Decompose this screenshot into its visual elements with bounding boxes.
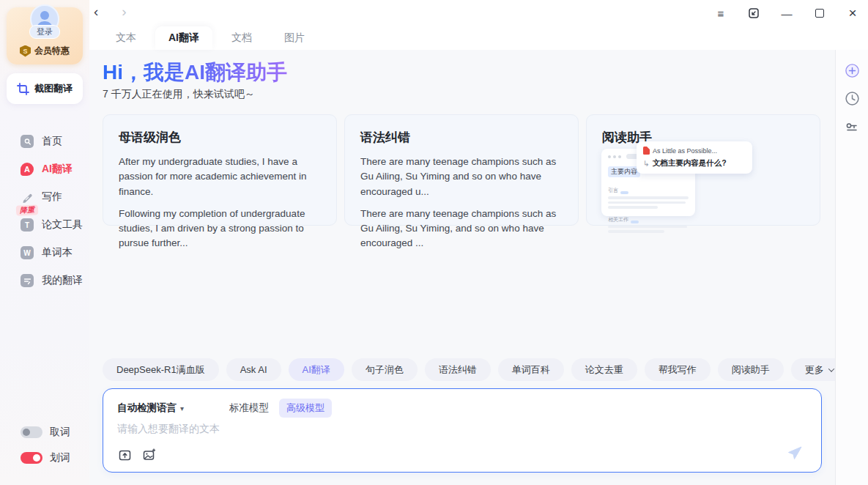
send-icon[interactable] <box>786 444 804 462</box>
pill-deepseek[interactable]: DeepSeek-R1满血版 <box>103 358 219 381</box>
word-capture-toggle[interactable]: 取词 <box>0 419 89 445</box>
sidebar-item-paper-tools[interactable]: 降重 T 论文工具 <box>0 211 89 239</box>
sidebar-toggles: 取词 划词 <box>0 419 89 470</box>
member-offer-label: 会员特惠 <box>34 45 70 57</box>
sidebar-item-ai-translate[interactable]: A AI翻译 <box>0 155 89 183</box>
pill-ai-translate[interactable]: AI翻译 <box>289 358 344 381</box>
upload-image-icon[interactable] <box>141 448 156 462</box>
member-shield-icon: S <box>20 45 31 57</box>
avatar[interactable]: 登录 <box>29 4 61 37</box>
menu-icon[interactable]: ≡ <box>714 7 727 20</box>
sidebar: 登录 S 会员特惠 截图翻译 首页 A AI翻译 写作 <box>0 0 89 485</box>
sidebar-nav: 首页 A AI翻译 写作 降重 T 论文工具 W 单词本 我的翻译 <box>0 127 89 295</box>
close-icon[interactable]: × <box>846 7 859 20</box>
sidebar-item-label: 写作 <box>42 190 62 204</box>
crop-icon <box>17 83 29 95</box>
nav-back-icon[interactable]: ‹ <box>94 4 98 20</box>
window-controls: ≡ — × <box>714 0 859 26</box>
toggle-on-icon[interactable] <box>21 452 42 464</box>
pill-ask-ai[interactable]: Ask AI <box>226 358 281 381</box>
titlebar: ‹ › ≡ — × <box>89 0 868 26</box>
more-label: 更多 <box>805 363 824 377</box>
language-selector-label: 自动检测语言 <box>117 401 177 415</box>
caret-down-icon: ▾ <box>180 404 184 412</box>
feature-card-grammar[interactable]: 语法纠错 There are many teenage champions su… <box>344 114 579 226</box>
upload-file-icon[interactable] <box>117 448 132 462</box>
sidebar-item-label: 论文工具 <box>42 218 83 232</box>
my-translations-icon <box>21 274 34 287</box>
sidebar-item-my-translations[interactable]: 我的翻译 <box>0 267 89 295</box>
sidebar-item-label: 首页 <box>42 135 62 148</box>
pill-help-write[interactable]: 帮我写作 <box>645 358 711 381</box>
sidebar-item-home[interactable]: 首页 <box>0 127 89 155</box>
feature-card-reading[interactable]: 阅读助手 主要内容 引言 相关工作 As Little as Possible.… <box>586 114 820 226</box>
card-text: Following my completion of undergraduate… <box>119 207 321 251</box>
page-subtitle: 7 千万人正在使用，快来试试吧～ <box>103 88 255 101</box>
tab-text[interactable]: 文本 <box>103 26 149 50</box>
toggle-off-icon[interactable] <box>21 426 42 438</box>
screenshot-translate-label: 截图翻译 <box>34 82 73 95</box>
tab-document[interactable]: 文档 <box>218 26 265 50</box>
pill-word-encyclopedia[interactable]: 单词百科 <box>498 358 564 381</box>
pen-icon <box>21 190 34 204</box>
main-content: Hi，我是AI翻译助手 7 千万人正在使用，快来试试吧～ 母语级润色 After… <box>89 50 835 485</box>
page-title: Hi，我是AI翻译助手 <box>103 59 287 86</box>
standard-model-button[interactable]: 标准模型 <box>229 401 269 415</box>
tab-ai-translate[interactable]: AI翻译 <box>155 26 212 50</box>
card-text: After my undergraduate studies, I have a… <box>119 155 321 199</box>
wordbook-icon: W <box>21 246 34 259</box>
tooltip-question: 文档主要内容是什么? <box>653 158 727 169</box>
history-icon[interactable] <box>844 90 860 106</box>
add-session-icon[interactable] <box>844 62 860 78</box>
mock-tab: 主要内容 <box>608 166 640 177</box>
reading-mock-tooltip: As Little as Possible... ↳ 文档主要内容是什么? <box>637 141 752 174</box>
advanced-model-button[interactable]: 高级模型 <box>279 399 332 418</box>
pill-paper-dedup[interactable]: 论文去重 <box>571 358 637 381</box>
screenshot-translate-button[interactable]: 截图翻译 <box>7 73 83 104</box>
pill-reading-assistant[interactable]: 阅读助手 <box>718 358 784 381</box>
ai-translate-icon: A <box>21 163 34 176</box>
mock-section-1: 引言 <box>608 187 618 194</box>
chevron-down-icon <box>828 366 834 371</box>
minimize-icon[interactable]: — <box>780 7 793 20</box>
home-icon <box>21 135 34 148</box>
mock-section-2: 相关工作 <box>608 216 628 223</box>
key-icon[interactable] <box>844 119 860 136</box>
return-arrow-icon: ↳ <box>643 159 650 168</box>
pill-sentence-polish[interactable]: 句子润色 <box>352 358 418 381</box>
toggle-label: 划词 <box>50 451 70 464</box>
paper-tools-icon: T <box>21 218 34 232</box>
right-rail <box>835 50 868 485</box>
tab-image[interactable]: 图片 <box>271 26 318 50</box>
toggle-label: 取词 <box>50 426 70 439</box>
word-select-toggle[interactable]: 划词 <box>0 445 89 470</box>
sidebar-item-label: AI翻译 <box>42 163 73 176</box>
page-title-purple: 翻译助手 <box>205 61 287 84</box>
translate-input[interactable] <box>117 423 630 448</box>
language-selector[interactable]: 自动检测语言 ▾ <box>117 401 184 415</box>
login-button[interactable]: 登录 <box>29 25 60 39</box>
sidebar-item-label: 我的翻译 <box>42 274 83 287</box>
quick-actions: DeepSeek-R1满血版 Ask AI AI翻译 句子润色 语法纠错 单词百… <box>103 358 847 381</box>
feature-card-polish[interactable]: 母语级润色 After my undergraduate studies, I … <box>103 114 337 226</box>
sidebar-item-wordbook[interactable]: W 单词本 <box>0 239 89 267</box>
tooltip-filename: As Little as Possible... <box>653 147 717 155</box>
sidebar-item-label: 单词本 <box>42 246 73 259</box>
card-text: There are many teenage champions such as… <box>360 155 563 199</box>
pill-grammar-check[interactable]: 语法纠错 <box>425 358 491 381</box>
maximize-icon[interactable] <box>813 7 826 20</box>
tabbar: 文本 AI翻译 文档 图片 <box>103 28 318 50</box>
sidebar-item-writing[interactable]: 写作 <box>0 183 89 211</box>
card-text: There are many teenage champions such as… <box>360 207 563 251</box>
translate-input-panel: 自动检测语言 ▾ 标准模型 高级模型 <box>103 388 822 473</box>
card-title: 母语级润色 <box>119 129 321 146</box>
mini-window-icon[interactable] <box>747 7 760 20</box>
pdf-file-icon <box>643 147 650 155</box>
discount-badge: 降重 <box>16 204 39 216</box>
member-offer-button[interactable]: S 会员特惠 <box>7 45 83 57</box>
nav-forward-icon[interactable]: › <box>122 4 126 20</box>
card-title: 语法纠错 <box>360 129 563 146</box>
page-title-blue: Hi，我是AI <box>103 61 205 84</box>
account-card[interactable]: 登录 S 会员特惠 <box>7 7 83 64</box>
